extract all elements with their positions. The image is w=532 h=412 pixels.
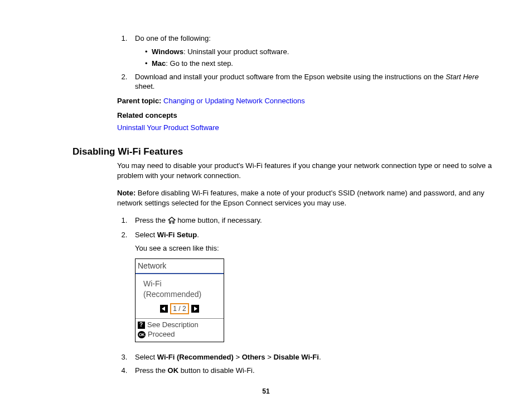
- help-icon: [138, 322, 145, 329]
- menu-item: Wi-Fi Setup: [157, 231, 197, 239]
- page-number: 51: [0, 387, 532, 395]
- menu-item: Wi-Fi (Recommended): [157, 353, 234, 361]
- list-item: Do one of the following: Windows: Uninst…: [129, 33, 493, 69]
- list-item: Press the home button, if necessary.: [129, 215, 493, 227]
- os-text: : Uninstall your product software.: [183, 47, 289, 56]
- note-text: Before disabling Wi-Fi features, make a …: [117, 189, 485, 207]
- menu-item: Others: [242, 353, 265, 361]
- lcd-screenshot: Network Wi-Fi (Recommended) 1 / 2: [135, 258, 224, 342]
- lcd-option: Wi-Fi (Recommended): [136, 274, 224, 303]
- step-text: .: [197, 231, 199, 239]
- note-label: Note:: [117, 189, 136, 197]
- step-text: home button, if necessary.: [176, 216, 262, 224]
- arrow-right-icon: [191, 305, 199, 313]
- step-text: Download and install your product softwa…: [135, 73, 446, 81]
- related-concepts-link[interactable]: Uninstall Your Product Software: [117, 123, 219, 132]
- step-text: Do one of the following:: [135, 34, 211, 42]
- lcd-footer: See Description OK Proceed: [136, 318, 224, 342]
- os-text: : Go to the next step.: [166, 59, 233, 68]
- list-item: Press the OK button to disable Wi-Fi.: [129, 366, 493, 376]
- procedure-list-2: Press the home button, if necessary. Sel…: [117, 215, 493, 375]
- step-text: Select: [135, 353, 157, 361]
- list-item: Windows: Uninstall your product software…: [145, 47, 493, 57]
- sep: >: [265, 353, 274, 361]
- list-item: Select Wi-Fi (Recommended) > Others > Di…: [129, 352, 493, 362]
- related-concepts-label: Related concepts: [117, 111, 493, 121]
- lcd-header: Network: [136, 259, 224, 274]
- lcd-option-line: (Recommended): [143, 289, 221, 300]
- intro-paragraph: You may need to disable your product's W…: [117, 161, 493, 180]
- menu-item: Disable Wi-Fi: [273, 353, 319, 361]
- step-text: .: [319, 353, 321, 361]
- step-followup: You see a screen like this:: [135, 243, 493, 253]
- parent-topic-link[interactable]: Changing or Updating Network Connections: [163, 97, 305, 105]
- parent-topic-line: Parent topic: Changing or Updating Netwo…: [117, 96, 493, 106]
- button-name: OK: [168, 366, 179, 375]
- procedure-list-1: Do one of the following: Windows: Uninst…: [117, 33, 493, 92]
- doc-title: Start Here: [446, 73, 478, 81]
- sep: >: [234, 353, 242, 361]
- lcd-option-line: Wi-Fi: [143, 279, 221, 289]
- list-item: Mac: Go to the next step.: [145, 59, 493, 69]
- page-indicator: 1 / 2: [170, 303, 188, 314]
- os-label: Mac: [152, 59, 166, 68]
- arrow-left-icon: [160, 305, 168, 313]
- step-text: Select: [135, 231, 157, 239]
- step-text: button to disable Wi-Fi.: [178, 366, 255, 375]
- os-label: Windows: [152, 47, 183, 56]
- step-text: Press the: [135, 216, 168, 224]
- lcd-footer-text: See Description: [147, 320, 199, 330]
- section-heading: Disabling Wi-Fi Features: [72, 146, 493, 157]
- lcd-footer-text: Proceed: [148, 330, 175, 339]
- note-paragraph: Note: Before disabling Wi-Fi features, m…: [117, 188, 493, 208]
- ok-icon: OK: [138, 331, 146, 338]
- list-item: Download and install your product softwa…: [129, 72, 493, 92]
- step-text: sheet.: [135, 82, 154, 90]
- list-item: Select Wi-Fi Setup. You see a screen lik…: [129, 230, 493, 342]
- step-text: Press the: [135, 366, 168, 375]
- lcd-pager: 1 / 2: [136, 303, 224, 319]
- home-icon: [168, 217, 176, 227]
- parent-topic-label: Parent topic:: [117, 97, 163, 105]
- sub-bullet-list: Windows: Uninstall your product software…: [135, 47, 493, 69]
